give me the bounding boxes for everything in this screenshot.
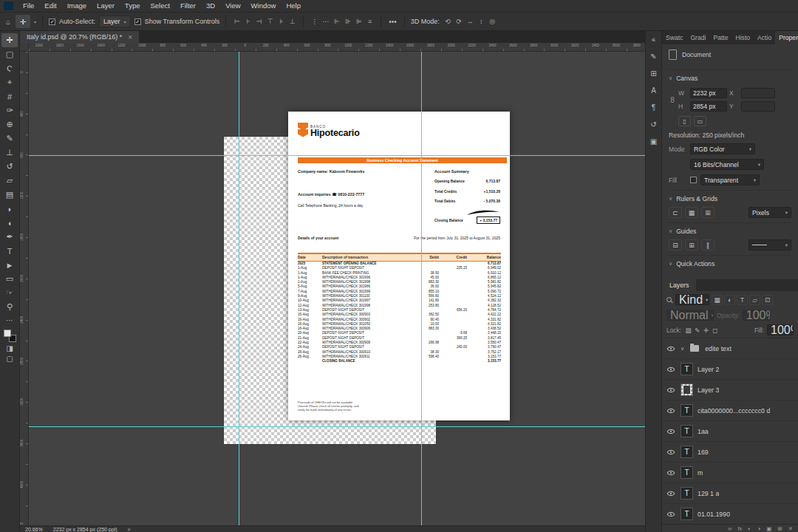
screen-mode-icon[interactable]: ▢ bbox=[6, 355, 13, 363]
brush-settings-icon[interactable]: ✎ bbox=[650, 52, 656, 61]
menu-3d[interactable]: 3D bbox=[201, 0, 220, 12]
vertical-ruler[interactable]: 0400800120016002000240028003200360040004… bbox=[20, 52, 29, 525]
auto-select-target-dropdown[interactable]: Layer ▾ bbox=[99, 16, 131, 27]
link-dimensions-icon[interactable]: 8 bbox=[669, 96, 676, 104]
color-swatches[interactable] bbox=[4, 330, 16, 342]
lock-paint-icon[interactable]: ✎ bbox=[693, 327, 701, 334]
filter-shape-layers-icon[interactable]: ▱ bbox=[749, 295, 760, 305]
layer-thumbnail[interactable]: T bbox=[681, 404, 693, 417]
section-chevron-icon[interactable]: ∨ bbox=[669, 196, 672, 202]
zoom-tool-icon[interactable]: ⚲ bbox=[1, 300, 18, 314]
color-mode-dropdown[interactable]: RGB Color ▾ bbox=[690, 143, 755, 154]
distribute-horizontal-icon[interactable]: ⋯ bbox=[321, 18, 330, 25]
visibility-eye-icon[interactable] bbox=[666, 367, 676, 372]
history-brush-tool-icon[interactable]: ↺ bbox=[1, 160, 18, 174]
new-group-icon[interactable]: ▣ bbox=[766, 525, 771, 532]
lock-position-icon[interactable]: ✛ bbox=[702, 327, 710, 334]
toggle-grid-icon[interactable]: ▦ bbox=[685, 207, 698, 218]
panel-tab-gradi[interactable]: Gradi bbox=[686, 31, 709, 44]
distribute-vertical-icon[interactable]: ⋮ bbox=[310, 18, 319, 25]
visibility-eye-icon[interactable] bbox=[666, 450, 676, 454]
layer-row[interactable]: Tcita0000000...ccccccc0 d bbox=[662, 400, 798, 421]
visibility-eye-icon[interactable] bbox=[666, 347, 676, 351]
3d-scale-icon[interactable]: ◎ bbox=[488, 18, 497, 25]
tab-layers[interactable]: Layers bbox=[662, 279, 696, 291]
history-panel-icon[interactable]: ↺ bbox=[650, 120, 656, 129]
filter-pixel-layers-icon[interactable]: ▦ bbox=[712, 295, 723, 305]
panel-tab-properties[interactable]: Properties bbox=[775, 31, 798, 44]
height-field[interactable]: 2854 px bbox=[690, 101, 727, 112]
healing-brush-tool-icon[interactable]: ⊕ bbox=[1, 117, 18, 132]
tool-preset-arrow-icon[interactable]: ▾ bbox=[34, 19, 36, 24]
edit-toolbar-icon[interactable]: ⋯ bbox=[6, 316, 13, 324]
distribute-gaps-icon[interactable]: ≡ bbox=[365, 18, 375, 25]
menu-type[interactable]: Type bbox=[120, 0, 146, 12]
visibility-eye-icon[interactable] bbox=[666, 512, 676, 516]
zoom-level[interactable]: 20.66% bbox=[25, 527, 43, 532]
quick-mask-icon[interactable]: ◨ bbox=[6, 344, 13, 352]
layer-row[interactable]: T129 1 a bbox=[662, 483, 798, 504]
section-chevron-icon[interactable]: ∨ bbox=[669, 75, 672, 81]
panel-tab-histo[interactable]: Histo bbox=[732, 31, 754, 44]
visibility-eye-icon[interactable] bbox=[666, 491, 676, 496]
layer-row[interactable]: Tm bbox=[662, 463, 798, 483]
menu-layer[interactable]: Layer bbox=[92, 0, 120, 12]
3d-rotate-icon[interactable]: ⟲ bbox=[443, 18, 453, 25]
distribute-left-icon[interactable]: ⊩ bbox=[332, 18, 341, 25]
fill-checkbox[interactable] bbox=[690, 177, 697, 183]
toggle-rulers-icon[interactable]: ⊏ bbox=[669, 207, 682, 218]
layer-thumbnail[interactable] bbox=[681, 383, 693, 396]
align-center-vertical-icon[interactable]: ⊧ bbox=[276, 18, 286, 25]
clone-stamp-tool-icon[interactable]: ⊥ bbox=[1, 146, 18, 160]
align-top-icon[interactable]: ⊤ bbox=[265, 18, 275, 25]
paragraph-panel-icon[interactable]: ¶ bbox=[652, 103, 655, 112]
3d-slide-icon[interactable]: ↕ bbox=[477, 18, 486, 25]
menu-window[interactable]: Window bbox=[246, 0, 282, 12]
group-chevron-icon[interactable]: ∨ bbox=[681, 346, 684, 352]
layer-thumbnail[interactable]: T bbox=[681, 363, 693, 375]
lasso-tool-icon[interactable]: Ϛ bbox=[1, 61, 18, 75]
dodge-tool-icon[interactable]: ◖ bbox=[1, 216, 18, 230]
menu-file[interactable]: File bbox=[18, 0, 39, 12]
lock-transparent-icon[interactable]: ▨ bbox=[684, 327, 692, 334]
layer-fill-field[interactable]: 100% ▾ bbox=[767, 324, 794, 335]
pen-tool-icon[interactable]: ✒ bbox=[1, 230, 18, 244]
eraser-tool-icon[interactable]: ▱ bbox=[1, 174, 18, 188]
layer-row[interactable]: T169 bbox=[662, 442, 798, 463]
layer-thumbnail[interactable]: T bbox=[681, 487, 693, 499]
guide-vertical-2[interactable] bbox=[421, 52, 422, 525]
distribute-right-icon[interactable]: ⊫ bbox=[354, 18, 364, 25]
visibility-eye-icon[interactable] bbox=[666, 429, 676, 434]
layer-thumbnail[interactable]: T bbox=[681, 446, 693, 458]
guide-horizontal-2[interactable] bbox=[29, 426, 645, 427]
new-guide-layout-icon[interactable]: ⊟ bbox=[669, 239, 682, 250]
hand-tool-icon[interactable]: ☞ bbox=[1, 286, 18, 300]
clone-source-icon[interactable]: ⊞ bbox=[650, 69, 656, 78]
layer-thumbnail[interactable]: T bbox=[681, 466, 693, 479]
section-chevron-icon[interactable]: ∨ bbox=[669, 228, 672, 234]
blend-mode-dropdown[interactable]: Normal ▾ bbox=[666, 310, 714, 321]
show-transform-checkbox[interactable]: ✓ bbox=[134, 18, 141, 25]
align-center-horizontal-icon[interactable]: ⊦ bbox=[243, 18, 253, 25]
layer-mask-icon[interactable]: ◐ bbox=[748, 525, 751, 532]
brush-tool-icon[interactable]: ✎ bbox=[1, 132, 18, 146]
path-selection-tool-icon[interactable]: ► bbox=[1, 258, 18, 272]
visibility-eye-icon[interactable] bbox=[666, 388, 676, 392]
panel-tab-patte[interactable]: Patte bbox=[709, 31, 732, 44]
guide-vertical-1[interactable] bbox=[239, 52, 239, 525]
filter-type-layers-icon[interactable]: T bbox=[737, 295, 748, 305]
panel-tab-swatc[interactable]: Swatc bbox=[662, 31, 686, 44]
foreground-color-swatch[interactable] bbox=[4, 330, 11, 337]
layer-effects-icon[interactable]: fx bbox=[737, 525, 742, 532]
bit-depth-dropdown[interactable]: 16 Bits/Channel ▾ bbox=[690, 159, 764, 170]
filter-smart-objects-icon[interactable]: ⊡ bbox=[762, 295, 773, 305]
character-panel-icon[interactable]: A bbox=[651, 86, 656, 95]
tab-close-icon[interactable]: × bbox=[128, 33, 132, 41]
layer-thumbnail[interactable]: T bbox=[681, 425, 693, 437]
collapse-panels-icon[interactable]: « bbox=[652, 35, 656, 44]
filter-adjustment-layers-icon[interactable]: ◐ bbox=[724, 295, 735, 305]
canvas[interactable]: BANCO Hipotecario Business Checking Acco… bbox=[29, 52, 645, 525]
menu-select[interactable]: Select bbox=[145, 0, 174, 12]
opacity-field[interactable]: 100% ▾ bbox=[743, 310, 771, 321]
quick-selection-tool-icon[interactable]: ⌖ bbox=[1, 75, 18, 89]
